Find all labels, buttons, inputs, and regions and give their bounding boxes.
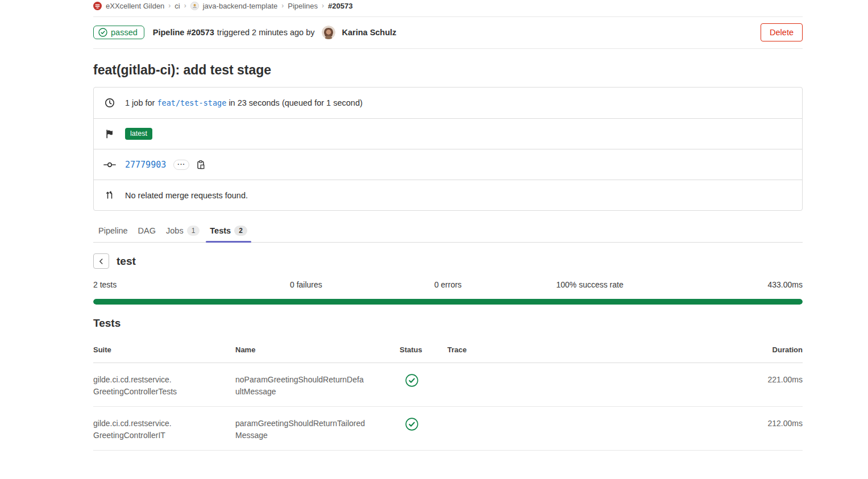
latest-badge[interactable]: latest xyxy=(125,128,152,140)
copy-sha-icon[interactable] xyxy=(196,160,205,169)
no-merge-requests-text: No related merge requests found. xyxy=(125,191,248,200)
test-duration-cell: 212.00ms xyxy=(734,418,803,441)
stat-failures: 0 failures xyxy=(235,280,377,289)
tab-dag[interactable]: DAG xyxy=(133,220,161,243)
breadcrumb-pipelines[interactable]: Pipelines xyxy=(288,2,318,10)
test-status-cell xyxy=(400,374,447,398)
suite-title: test xyxy=(117,255,136,268)
column-duration: Duration xyxy=(734,345,803,354)
triggered-text: triggered 2 minutes ago by xyxy=(217,28,315,37)
breadcrumb-separator: › xyxy=(184,2,186,10)
table-row: gilde.ci.cd.restservice. GreetingControl… xyxy=(93,407,803,451)
author-name[interactable]: Karina Schulz xyxy=(342,28,396,37)
test-passed-icon xyxy=(405,418,418,431)
test-summary-stats: 2 tests 0 failures 0 errors 100% success… xyxy=(93,280,803,289)
breadcrumb: eXXcellent Gilden › ci › java-backend-te… xyxy=(93,0,803,10)
job-count-text: 1 job for xyxy=(125,98,155,107)
stat-errors: 0 errors xyxy=(377,280,519,289)
test-status-cell xyxy=(400,418,447,441)
test-trace-cell xyxy=(447,418,734,441)
author-avatar[interactable] xyxy=(322,26,335,39)
job-duration-text: in 23 seconds (queued for 1 second) xyxy=(229,98,362,107)
breadcrumb-group[interactable]: eXXcellent Gilden xyxy=(106,2,164,10)
tests-table-header: Suite Name Status Trace Duration xyxy=(93,330,803,363)
breadcrumb-current: #20573 xyxy=(328,2,352,10)
merge-requests-row: No related merge requests found. xyxy=(94,180,802,210)
pipeline-summary-box: 1 job for feat/test-stage in 23 seconds … xyxy=(93,87,803,211)
stat-tests: 2 tests xyxy=(93,280,235,289)
group-avatar-icon xyxy=(93,2,102,10)
pipeline-status-badge[interactable]: passed xyxy=(93,26,144,39)
project-avatar-icon xyxy=(190,2,199,10)
tab-jobs[interactable]: Jobs 1 xyxy=(161,220,205,243)
ref-link[interactable]: feat/test-stage xyxy=(157,98,226,107)
test-suite-cell: gilde.ci.cd.restservice. GreetingControl… xyxy=(93,374,235,398)
tab-pipeline[interactable]: Pipeline xyxy=(93,220,133,243)
delete-button[interactable]: Delete xyxy=(761,23,803,41)
commit-row: 27779903 ··· xyxy=(94,149,802,180)
test-duration-cell: 221.00ms xyxy=(734,374,803,398)
tests-count-badge: 2 xyxy=(234,226,247,236)
commit-icon xyxy=(103,161,116,168)
breadcrumb-subgroup[interactable]: ci xyxy=(175,2,180,10)
success-progress-bar xyxy=(93,299,803,305)
flag-icon xyxy=(103,129,116,139)
test-name-cell: noParamGreetingShouldReturnDefa ultMessa… xyxy=(235,374,400,398)
breadcrumb-separator: › xyxy=(322,2,324,10)
stat-duration: 433.00ms xyxy=(661,280,803,289)
breadcrumb-divider xyxy=(93,16,803,17)
breadcrumb-separator: › xyxy=(281,2,284,10)
breadcrumb-separator: › xyxy=(168,2,171,10)
commit-message-expand-button[interactable]: ··· xyxy=(173,160,189,170)
pipeline-status-label: passed xyxy=(111,28,138,37)
tab-tests[interactable]: Tests 2 xyxy=(205,220,252,243)
test-suite-cell: gilde.ci.cd.restservice. GreetingControl… xyxy=(93,418,235,441)
job-summary-row: 1 job for feat/test-stage in 23 seconds … xyxy=(94,88,802,118)
test-suite-header: test xyxy=(93,253,803,269)
pipeline-tabs: Pipeline DAG Jobs 1 Tests 2 xyxy=(93,220,803,243)
check-circle-icon xyxy=(98,28,107,37)
chevron-left-icon xyxy=(97,257,105,265)
tests-table: Suite Name Status Trace Duration gilde.c… xyxy=(93,330,803,451)
latest-row: latest xyxy=(94,118,802,149)
column-suite: Suite xyxy=(93,345,235,354)
test-passed-icon xyxy=(405,374,418,387)
test-trace-cell xyxy=(447,374,734,398)
page-title: feat(gitlab-ci): add test stage xyxy=(93,61,803,79)
pipeline-status-bar: passed Pipeline #20573 triggered 2 minut… xyxy=(93,23,803,49)
merge-request-icon xyxy=(103,190,116,200)
column-trace: Trace xyxy=(447,345,734,354)
column-name: Name xyxy=(235,345,400,354)
commit-sha-link[interactable]: 27779903 xyxy=(125,160,166,170)
pipeline-id: Pipeline #20573 xyxy=(153,28,214,37)
clock-icon xyxy=(103,98,116,108)
success-progress-fill xyxy=(93,299,803,305)
test-name-cell: paramGreetingShouldReturnTailored Messag… xyxy=(235,418,400,441)
table-row: gilde.ci.cd.restservice. GreetingControl… xyxy=(93,363,803,407)
back-button[interactable] xyxy=(93,253,109,269)
breadcrumb-project[interactable]: java-backend-template xyxy=(203,2,278,10)
stat-success-rate: 100% success rate xyxy=(519,280,661,289)
column-status: Status xyxy=(400,345,447,354)
jobs-count-badge: 1 xyxy=(187,226,200,236)
tests-section-heading: Tests xyxy=(93,317,803,330)
